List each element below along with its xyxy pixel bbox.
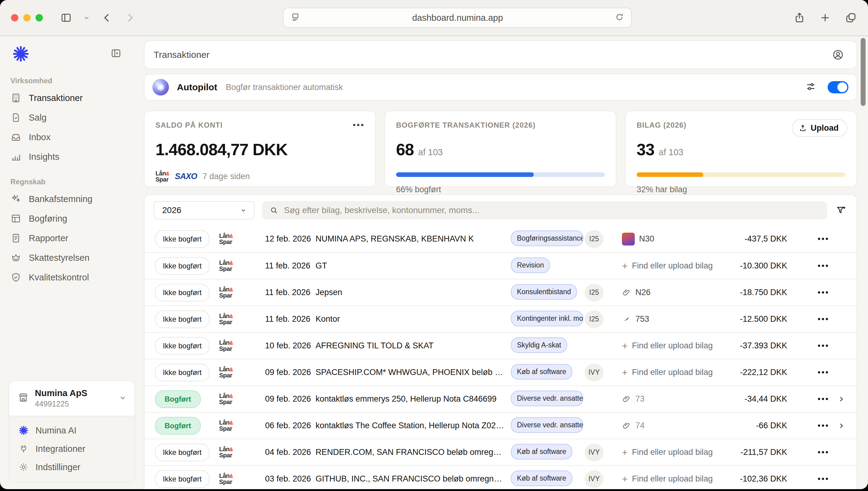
row-menu-button[interactable]: ••• [818, 368, 830, 377]
table-row[interactable]: Ikke bogførtLån&Spar09 feb. 2026SPACESHI… [145, 359, 856, 385]
sidebar-item-transaktioner[interactable]: Transaktioner [0, 88, 141, 108]
sliders-icon[interactable] [805, 81, 816, 94]
sidebar-item-kvalitetskontrol[interactable]: Kvalitetskontrol [0, 267, 141, 287]
filter-icon[interactable] [834, 205, 848, 216]
collapse-sidebar-icon[interactable] [110, 48, 122, 60]
row-menu-button[interactable]: ••• [818, 261, 830, 270]
category-badge[interactable]: Diverse vedr. ansatte uden [511, 391, 583, 406]
search-box[interactable] [262, 201, 827, 220]
category-badge[interactable]: Bogføringsassistance [511, 231, 583, 246]
row-menu-button[interactable]: ••• [818, 315, 830, 323]
company-switcher[interactable]: Numina ApS 44991225 [9, 381, 135, 416]
url-text[interactable]: dashboard.numina.app [301, 13, 615, 23]
category-badge[interactable]: Konsulentbistand [511, 284, 577, 300]
sidebar-item-rapporter[interactable]: Rapporter [0, 228, 141, 248]
receipt-ref: N26 [635, 288, 651, 297]
booked-caption: 66% bogført [396, 185, 605, 194]
sidebar-panel-icon[interactable] [60, 11, 72, 24]
find-upload-receipt-link[interactable]: +Find eller upload bilag [622, 447, 713, 457]
reload-icon[interactable] [615, 12, 624, 23]
category-badge[interactable]: Revision [511, 257, 550, 273]
find-upload-receipt-label: Find eller upload bilag [632, 341, 713, 350]
forward-icon[interactable] [124, 11, 136, 24]
autopilot-banner: Autopilot Bogfør transaktioner automatis… [144, 74, 857, 101]
table-row[interactable]: Ikke bogførtLån&Spar11 feb. 2026KontorKo… [145, 306, 856, 332]
report-icon [10, 233, 22, 244]
scrollbar-thumb[interactable] [861, 38, 866, 106]
sidebar-item-label: Indstillinger [35, 462, 81, 472]
transaction-description: kontaktløs The Coffee Station, Hellerup … [316, 421, 511, 430]
table-row[interactable]: Ikke bogførtLån&Spar03 feb. 2026GITHUB, … [145, 465, 856, 489]
category-badge[interactable]: Køb af software [511, 470, 572, 486]
shield-check-icon [10, 272, 22, 283]
chevron-down-icon[interactable] [83, 14, 91, 22]
table-row[interactable]: Ikke bogførtLån&Spar10 feb. 2026AFREGNIN… [145, 332, 856, 359]
search-icon [269, 206, 278, 215]
category-badge[interactable]: Køb af software [511, 364, 572, 380]
transaction-date: 09 feb. 2026 [265, 368, 316, 377]
zoom-window-button[interactable] [35, 14, 43, 22]
row-menu-button[interactable]: ••• [818, 341, 830, 350]
table-row[interactable]: Ikke bogførtLån&Spar11 feb. 2026GTRevisi… [145, 252, 856, 279]
chevron-right-icon[interactable] [837, 395, 845, 403]
row-menu-button[interactable]: ••• [818, 421, 830, 430]
sidebar-item-salg[interactable]: Salg [0, 108, 141, 127]
sidebar-item-bogf-ring[interactable]: Bogføring [0, 209, 141, 228]
row-menu-button[interactable]: ••• [818, 474, 830, 483]
new-tab-icon[interactable] [819, 11, 831, 24]
table-row[interactable]: Ikke bogførtLån&Spar11 feb. 2026JepsenKo… [145, 279, 856, 306]
page-settings-icon[interactable] [290, 12, 301, 24]
sidebar-item-indstillinger[interactable]: Indstillinger [9, 458, 135, 476]
table-row[interactable]: Ikke bogførtLån&Spar04 feb. 2026RENDER.C… [145, 439, 856, 465]
table-row[interactable]: BogførtLån&Spar06 feb. 2026kontaktløs Th… [145, 412, 856, 439]
sidebar-item-label: Bankafstemning [29, 194, 92, 204]
profile-icon[interactable] [828, 45, 848, 65]
sidebar-item-numina-ai[interactable]: Numina AI [9, 421, 135, 440]
back-icon[interactable] [101, 11, 113, 24]
autopilot-avatar [152, 79, 169, 95]
find-upload-receipt-label: Find eller upload bilag [632, 474, 713, 484]
receipt-thumbnail[interactable] [622, 233, 635, 246]
find-upload-receipt-link[interactable]: +Find eller upload bilag [622, 341, 713, 351]
find-upload-receipt-link[interactable]: +Find eller upload bilag [622, 261, 713, 271]
sidebar-item-label: Inbox [29, 132, 51, 142]
minimize-window-button[interactable] [23, 14, 31, 22]
transaction-amount: -18.750 DKK [720, 288, 787, 297]
row-menu-button[interactable]: ••• [818, 288, 830, 297]
category-badge[interactable]: Køb af software [511, 444, 572, 460]
chevron-right-icon[interactable] [837, 422, 845, 430]
transaction-date: 09 feb. 2026 [265, 394, 316, 404]
bank-logo: Lån&Spar [219, 286, 233, 299]
gear-icon [18, 462, 29, 472]
share-icon[interactable] [793, 11, 806, 24]
sidebar-item-inbox[interactable]: Inbox [0, 127, 141, 147]
bank-logo: Lån&Spar [219, 313, 233, 325]
autopilot-toggle[interactable] [828, 81, 848, 93]
row-menu-button[interactable]: ••• [818, 448, 830, 457]
close-window-button[interactable] [11, 14, 18, 22]
table-row[interactable]: Ikke bogførtLån&Spar12 feb. 2026NUMINA A… [145, 226, 856, 252]
row-menu-button[interactable]: ••• [818, 234, 830, 243]
transaction-date: 11 feb. 2026 [265, 314, 316, 324]
card-menu-button[interactable]: ••• [353, 120, 365, 130]
find-upload-receipt-link[interactable]: +Find eller upload bilag [622, 474, 713, 484]
sidebar-item-bankafstemning[interactable]: Bankafstemning [0, 189, 141, 209]
category-badge[interactable]: Diverse vedr. ansatte uden [511, 417, 583, 433]
category-badge[interactable]: Kontingenter inkl. moms [511, 311, 583, 326]
sidebar-item-integrationer[interactable]: Integrationer [9, 440, 135, 458]
plus-icon: + [622, 261, 628, 271]
address-bar[interactable]: dashboard.numina.app [283, 8, 632, 28]
find-upload-receipt-link[interactable]: +Find eller upload bilag [622, 368, 713, 377]
status-badge: Bogført [155, 390, 201, 408]
transaction-date: 11 feb. 2026 [265, 288, 316, 297]
receipt-icon [622, 315, 631, 324]
search-input[interactable] [284, 205, 820, 215]
upload-button[interactable]: Upload [792, 119, 847, 137]
sidebar-item-skattestyrelsen[interactable]: Skattestyrelsen [0, 248, 141, 267]
sidebar-item-insights[interactable]: Insights [0, 147, 141, 167]
row-menu-button[interactable]: ••• [818, 395, 830, 403]
table-row[interactable]: BogførtLån&Spar09 feb. 2026kontaktløs em… [145, 385, 856, 412]
year-select[interactable]: 2026 [154, 201, 255, 220]
category-badge[interactable]: Skyldig A-skat [511, 337, 567, 353]
tabs-overview-icon[interactable] [845, 11, 857, 24]
